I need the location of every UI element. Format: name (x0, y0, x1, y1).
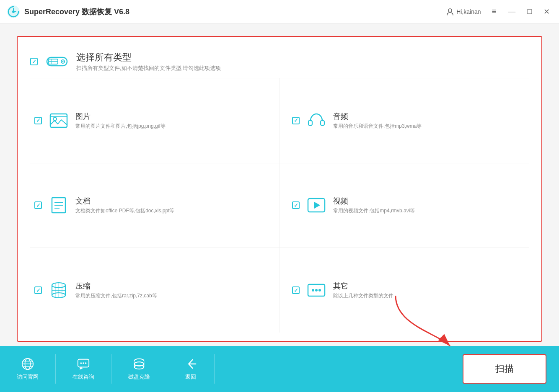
svg-point-8 (62, 61, 64, 62)
audio-checkbox[interactable] (292, 117, 300, 124)
select-all-text: 选择所有类型 扫描所有类型文件,如不清楚找回的文件类型,请勾选此项选项 (76, 51, 221, 72)
select-all-row: 选择所有类型 扫描所有类型文件,如不清楚找回的文件类型,请勾选此项选项 (30, 45, 529, 78)
bottom-bar: 访问官网 在线咨询 磁盘克隆 (0, 346, 559, 392)
video-description: 常用的视频文件,包括mp4,rmvb,avi等 (333, 207, 415, 214)
svg-point-1 (12, 10, 15, 13)
file-type-item-image: 图片 常用的图片文件和图片,包括jpg,png,gif等 (30, 78, 280, 163)
audio-text: 音频 常用的音乐和语音文件,包括mp3,wma等 (333, 111, 422, 130)
svg-point-2 (448, 9, 452, 12)
file-type-item-other: 其它 除以上几种文件类型的文件 (280, 248, 529, 333)
document-checkbox[interactable] (34, 201, 42, 209)
svg-point-39 (80, 362, 82, 364)
other-text: 其它 除以上几种文件类型的文件 (333, 281, 393, 299)
video-name: 视频 (333, 196, 415, 206)
bottom-nav: 访问官网 在线咨询 磁盘克隆 (0, 354, 463, 384)
nav-clone[interactable]: 磁盘克隆 (111, 354, 167, 384)
scan-button[interactable]: 扫描 (463, 354, 546, 384)
audio-name: 音频 (333, 111, 422, 121)
document-text: 文档 文档类文件如office PDF等,包括doc,xls,ppt等 (75, 196, 175, 214)
back-icon (184, 357, 197, 371)
other-checkbox[interactable] (292, 286, 300, 294)
document-description: 文档类文件如office PDF等,包括doc,xls,ppt等 (75, 207, 175, 214)
document-icon (49, 195, 69, 215)
nav-back-label: 返回 (185, 373, 196, 381)
nav-back[interactable]: 返回 (167, 354, 215, 384)
image-name: 图片 (75, 111, 166, 121)
image-checkbox[interactable] (34, 117, 42, 124)
titlebar: SuperRecovery 数据恢复 V6.8 Hi,kainan ≡ — □ … (0, 0, 559, 23)
close-button[interactable]: ✕ (541, 6, 552, 17)
image-description: 常用的图片文件和图片,包括jpg,png,gif等 (75, 123, 166, 130)
svg-marker-19 (314, 202, 320, 209)
svg-point-10 (53, 117, 57, 121)
select-all-description: 扫描所有类型文件,如不清楚找回的文件类型,请勾选此项选项 (76, 64, 221, 72)
svg-point-31 (318, 289, 321, 291)
audio-icon (306, 111, 326, 131)
globe-icon (21, 357, 34, 371)
file-type-selection-panel: 选择所有类型 扫描所有类型文件,如不清楚找回的文件类型,请勾选此项选项 图片 常… (17, 36, 542, 342)
nav-consult-label: 在线咨询 (72, 373, 94, 381)
file-type-item-document: 文档 文档类文件如office PDF等,包括doc,xls,ppt等 (30, 163, 280, 248)
window-controls[interactable]: ≡ — □ ✕ (489, 6, 552, 17)
nav-website-label: 访问官网 (17, 373, 39, 381)
other-description: 除以上几种文件类型的文件 (333, 292, 393, 299)
other-icon (306, 280, 326, 300)
nav-website[interactable]: 访问官网 (0, 354, 56, 384)
nav-clone-label: 磁盘克隆 (128, 373, 150, 381)
video-text: 视频 常用的视频文件,包括mp4,rmvb,avi等 (333, 196, 415, 214)
user-greeting: Hi,kainan (456, 8, 481, 15)
audio-description: 常用的音乐和语音文件,包括mp3,wma等 (333, 123, 422, 130)
file-type-item-audio: 音频 常用的音乐和语音文件,包括mp3,wma等 (280, 78, 529, 163)
document-name: 文档 (75, 196, 175, 206)
menu-button[interactable]: ≡ (489, 6, 499, 17)
archive-text: 压缩 常用的压缩文件,包括rar,zip,7z,cab等 (75, 281, 157, 299)
archive-icon (49, 280, 69, 300)
image-text: 图片 常用的图片文件和图片,包括jpg,png,gif等 (75, 111, 166, 130)
svg-rect-9 (50, 114, 67, 127)
archive-name: 压缩 (75, 281, 157, 291)
main-content: 选择所有类型 扫描所有类型文件,如不清楚找回的文件类型,请勾选此项选项 图片 常… (0, 23, 559, 346)
database-icon (132, 357, 146, 371)
app-logo (7, 5, 20, 18)
file-types-grid: 图片 常用的图片文件和图片,包括jpg,png,gif等 音频 常用的音乐和语音… (30, 78, 529, 333)
svg-point-30 (315, 289, 318, 291)
select-all-checkbox[interactable] (30, 58, 38, 65)
svg-point-40 (83, 362, 84, 364)
nav-consult[interactable]: 在线咨询 (56, 354, 111, 384)
other-name: 其它 (333, 281, 393, 291)
file-type-item-video: 视频 常用的视频文件,包括mp4,rmvb,avi等 (280, 163, 529, 248)
video-checkbox[interactable] (292, 201, 300, 209)
chat-icon (77, 357, 90, 371)
svg-point-41 (85, 362, 87, 364)
select-all-label: 选择所有类型 (76, 51, 221, 64)
archive-checkbox[interactable] (34, 286, 42, 294)
archive-description: 常用的压缩文件,包括rar,zip,7z,cab等 (75, 292, 157, 299)
image-icon (49, 111, 69, 131)
video-icon (306, 195, 326, 215)
app-title: SuperRecovery 数据恢复 V6.8 (24, 7, 446, 17)
minimize-button[interactable]: — (505, 6, 518, 17)
user-icon (446, 8, 454, 15)
user-info: Hi,kainan (446, 8, 481, 15)
hdd-icon (46, 54, 68, 69)
maximize-button[interactable]: □ (525, 6, 534, 17)
svg-point-29 (312, 289, 314, 291)
file-type-item-archive: 压缩 常用的压缩文件,包括rar,zip,7z,cab等 (30, 248, 280, 333)
